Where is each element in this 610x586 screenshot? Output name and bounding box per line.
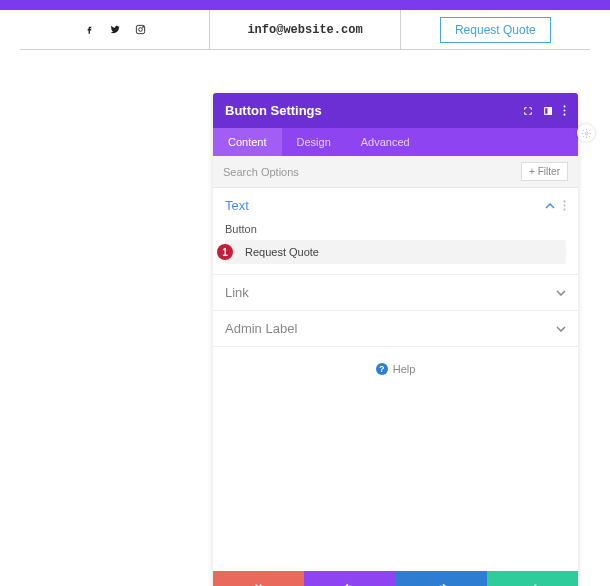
kebab-menu-icon[interactable] <box>563 105 566 116</box>
tab-content[interactable]: Content <box>213 128 282 156</box>
help-row[interactable]: ? Help <box>213 347 578 391</box>
button-text-input[interactable] <box>225 240 566 264</box>
section-link: Link <box>213 275 578 311</box>
svg-point-10 <box>563 209 565 211</box>
section-kebab-icon[interactable] <box>563 200 566 211</box>
top-accent-bar <box>0 0 610 10</box>
undo-button[interactable] <box>304 571 395 586</box>
step-badge-1: 1 <box>217 244 233 260</box>
email-cell: info@website.com <box>210 10 400 49</box>
tab-design[interactable]: Design <box>282 128 346 156</box>
modal-header[interactable]: Button Settings <box>213 93 578 128</box>
snap-icon[interactable] <box>543 106 553 116</box>
section-text-header[interactable]: Text <box>213 188 578 223</box>
section-admin-title: Admin Label <box>225 321 297 336</box>
cta-cell: Request Quote <box>401 10 590 49</box>
button-settings-modal: Button Settings Content Design Advanced … <box>213 93 578 586</box>
modal-tabs: Content Design Advanced <box>213 128 578 156</box>
svg-point-8 <box>563 200 565 202</box>
help-label: Help <box>393 363 416 375</box>
cancel-button[interactable] <box>213 571 304 586</box>
filter-button[interactable]: + Filter <box>521 162 568 181</box>
section-text-title: Text <box>225 198 249 213</box>
svg-point-6 <box>563 109 565 111</box>
tab-advanced[interactable]: Advanced <box>346 128 425 156</box>
facebook-icon[interactable] <box>84 24 95 35</box>
svg-point-11 <box>585 132 588 135</box>
floating-gear-icon[interactable] <box>577 124 595 142</box>
save-button[interactable] <box>487 571 578 586</box>
twitter-icon[interactable] <box>109 24 121 35</box>
filter-label: Filter <box>538 166 560 177</box>
section-admin-header[interactable]: Admin Label <box>213 311 578 346</box>
search-input[interactable]: Search Options <box>223 166 521 178</box>
modal-footer <box>213 571 578 586</box>
instagram-icon[interactable] <box>135 24 146 35</box>
section-link-header[interactable]: Link <box>213 275 578 310</box>
expand-icon[interactable] <box>523 106 533 116</box>
site-header: info@website.com Request Quote <box>20 10 590 50</box>
chevron-up-icon <box>545 203 555 209</box>
modal-body-spacer <box>213 391 578 571</box>
section-text: Text Button 1 <box>213 188 578 275</box>
modal-title: Button Settings <box>225 103 322 118</box>
request-quote-button[interactable]: Request Quote <box>440 17 551 43</box>
redo-button[interactable] <box>396 571 487 586</box>
svg-point-2 <box>142 27 143 28</box>
svg-point-5 <box>563 105 565 107</box>
search-row: Search Options + Filter <box>213 156 578 188</box>
contact-email[interactable]: info@website.com <box>247 23 362 37</box>
section-link-title: Link <box>225 285 249 300</box>
social-cell <box>20 10 210 49</box>
svg-point-1 <box>138 28 142 32</box>
section-admin-label: Admin Label <box>213 311 578 347</box>
plus-icon: + <box>529 166 535 177</box>
help-icon: ? <box>376 363 388 375</box>
chevron-down-icon <box>556 290 566 296</box>
chevron-down-icon <box>556 326 566 332</box>
svg-point-9 <box>563 204 565 206</box>
svg-rect-4 <box>548 107 551 114</box>
button-field-label: Button <box>225 223 566 235</box>
svg-point-7 <box>563 114 565 116</box>
